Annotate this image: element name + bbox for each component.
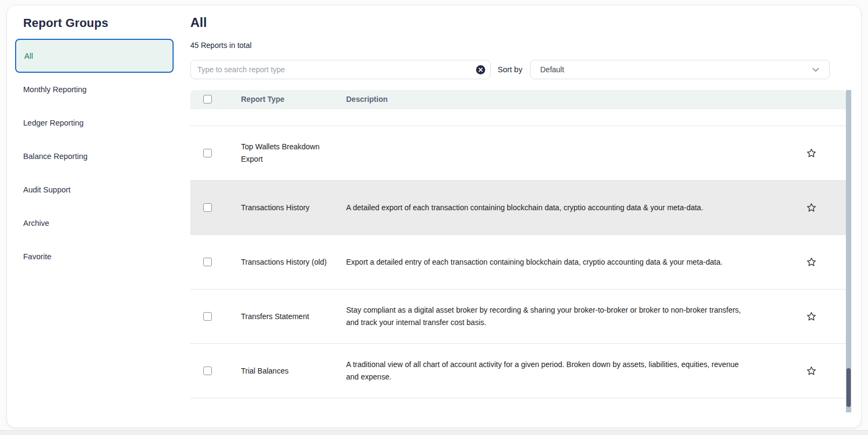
sidebar-item-favorite[interactable]: Favorite (15, 240, 174, 273)
report-type-cell: Top Wallets Breakdown Export (241, 141, 346, 165)
description-column-header: Description (346, 93, 777, 106)
sidebar-item-label: Audit Support (23, 185, 71, 194)
description-cell: Export a detailed entry of each transact… (346, 256, 777, 268)
report-groups-title: Report Groups (23, 16, 108, 30)
favorite-button[interactable] (806, 257, 817, 267)
table-scrollbar-track[interactable] (846, 90, 851, 412)
description-cell: Stay compliant as a digital asset broker… (346, 304, 777, 329)
table-spacer-row (190, 109, 846, 126)
sidebar-item-monthly-reporting[interactable]: Monthly Reporting (15, 73, 174, 106)
sidebar-item-ledger-reporting[interactable]: Ledger Reporting (15, 106, 174, 140)
table-scrollbar-thumb[interactable] (846, 368, 851, 407)
sidebar-item-all[interactable]: All (15, 39, 174, 73)
favorite-button[interactable] (806, 365, 817, 376)
table-row: Trial Balances A traditional view of all… (190, 344, 846, 398)
page-title: All (190, 15, 207, 30)
report-type-column-header: Report Type (241, 93, 346, 106)
table-row: Transactions History A detailed export o… (190, 181, 846, 235)
description-cell: A detailed export of each transaction co… (346, 202, 777, 214)
report-type-cell: Transactions History (241, 202, 346, 214)
sort-selected-value: Default (540, 65, 811, 74)
star-icon (806, 257, 817, 267)
star-icon (806, 311, 817, 322)
sidebar-item-archive[interactable]: Archive (15, 206, 174, 240)
sidebar-item-balance-reporting[interactable]: Balance Reporting (15, 140, 174, 173)
report-type-cell: Transfers Statement (241, 310, 346, 323)
table-rows: Top Wallets Breakdown Export Transaction… (190, 126, 846, 398)
row-checkbox[interactable] (203, 203, 212, 212)
table-header-row: Report Type Description (190, 90, 846, 109)
table-row: Transfers Statement Stay compliant as a … (190, 289, 846, 344)
favorite-button[interactable] (806, 202, 817, 213)
table-row: Top Wallets Breakdown Export (190, 126, 846, 181)
favorite-button[interactable] (806, 148, 817, 158)
sidebar-item-audit-support[interactable]: Audit Support (15, 173, 174, 206)
description-cell: A traditional view of all chart of accou… (346, 358, 777, 383)
x-circle-icon (476, 65, 485, 74)
star-icon (806, 202, 817, 213)
page-bottom-edge (0, 430, 868, 435)
row-checkbox[interactable] (203, 367, 212, 375)
search-box (190, 60, 491, 79)
table-footer-spacer (190, 398, 846, 412)
sidebar-item-label: All (24, 52, 33, 60)
star-icon (806, 148, 817, 158)
sidebar-item-label: Favorite (23, 252, 51, 261)
chevron-down-icon (811, 65, 821, 74)
row-checkbox[interactable] (203, 312, 212, 321)
select-all-checkbox[interactable] (203, 95, 212, 103)
search-input[interactable] (191, 60, 490, 79)
star-icon (806, 365, 817, 376)
sidebar-item-label: Monthly Reporting (23, 85, 87, 94)
sort-dropdown[interactable]: Default (530, 60, 830, 79)
reports-count: 45 Reports in total (190, 41, 252, 50)
clear-search-button[interactable] (476, 65, 485, 74)
row-checkbox[interactable] (203, 258, 212, 266)
favorite-button[interactable] (806, 311, 817, 322)
report-type-cell: Transactions History (old) (241, 256, 346, 268)
row-checkbox[interactable] (203, 149, 212, 157)
sidebar-item-label: Archive (23, 219, 49, 227)
sidebar-list: All Monthly Reporting Ledger Reporting B… (15, 39, 174, 273)
sidebar-item-label: Ledger Reporting (23, 119, 84, 127)
table-row: Transactions History (old) Export a deta… (190, 235, 846, 289)
reports-table: Report Type Description Top Wallets Brea… (190, 90, 846, 412)
report-type-cell: Trial Balances (241, 365, 346, 377)
sidebar-item-label: Balance Reporting (23, 152, 87, 161)
reports-card: Report Groups All Monthly Reporting Ledg… (6, 5, 862, 428)
sort-by-label: Sort by (498, 60, 522, 79)
